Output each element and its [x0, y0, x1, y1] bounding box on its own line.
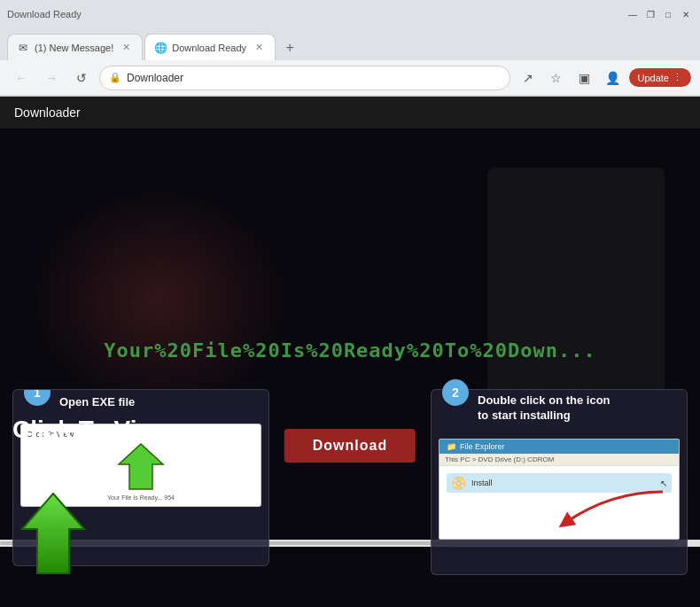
- address-bar[interactable]: 🔒 Downloader: [99, 66, 510, 90]
- minimize-button[interactable]: —: [626, 7, 640, 21]
- step2-file-icon: 📀: [451, 476, 466, 490]
- window-controls: — ❐ □ ✕: [626, 7, 693, 21]
- svg-marker-1: [119, 444, 163, 489]
- tabs-bar: ✉ (1) New Message! ✕ 🌐 Download Ready ✕ …: [0, 28, 700, 60]
- page-content: Downloader Your%20File%20Is%20Ready%20To…: [0, 97, 700, 607]
- nav-bar: ← → ↺ 🔒 Downloader ↗ ☆ ▣ 👤 Update ⋮: [0, 60, 700, 96]
- step2-breadcrumb-bar: File Explorer: [460, 442, 505, 451]
- update-button[interactable]: Update ⋮: [629, 68, 691, 87]
- nav-actions: ↗ ☆ ▣ 👤 Update ⋮: [516, 66, 691, 90]
- tab-favicon-messages: ✉: [17, 42, 29, 54]
- title-bar: Download Ready — ❐ □ ✕: [0, 0, 700, 28]
- tab-download[interactable]: 🌐 Download Ready ✕: [144, 34, 276, 60]
- new-tab-button[interactable]: +: [277, 35, 302, 60]
- step2-cursor-icon: ↖: [660, 479, 667, 488]
- step2-badge: 2: [442, 379, 469, 406]
- step2-file-area: 📀 Install ↖: [439, 466, 679, 539]
- big-green-arrow: [18, 489, 89, 581]
- step2-breadcrumb: This PC > DVD Drive (D:) CDROM: [439, 454, 679, 466]
- step1-preview-footer: Your File Is Ready... 954: [107, 494, 175, 501]
- profile-button[interactable]: 👤: [601, 66, 626, 90]
- reload-button[interactable]: ↺: [69, 66, 94, 90]
- download-button[interactable]: Download: [284, 429, 416, 463]
- step2-box: 2 Double click on the icon to start inst…: [431, 389, 688, 575]
- step1-label: Open EXE file: [59, 395, 135, 409]
- site-title: Downloader: [14, 105, 81, 120]
- maximize-button[interactable]: □: [661, 7, 675, 21]
- close-button[interactable]: ✕: [679, 7, 693, 21]
- tab-label-messages: (1) New Message!: [35, 43, 113, 53]
- watermark-text: Your%20File%20Is%20Ready%20To%20Down...: [104, 339, 596, 362]
- click-to-view-label: Click To View: [12, 416, 170, 444]
- bookmark-button[interactable]: ☆: [544, 66, 569, 90]
- tab-favicon-download: 🌐: [154, 42, 167, 54]
- step1-badge: 1: [24, 389, 51, 406]
- tab-label-download: Download Ready: [172, 43, 246, 53]
- svg-marker-0: [22, 494, 84, 573]
- window-title: Download Ready: [7, 9, 618, 19]
- lock-icon: 🔒: [109, 72, 121, 83]
- step2-label: Double click on the icon to start instal…: [478, 393, 673, 424]
- site-header: Downloader: [0, 97, 700, 128]
- tab-close-messages[interactable]: ✕: [119, 41, 133, 55]
- bg-decoration-1: [27, 185, 292, 416]
- forward-button[interactable]: →: [39, 66, 64, 90]
- step2-preview-bar: 📁 File Explorer: [439, 440, 679, 454]
- restore-button[interactable]: ❐: [643, 7, 657, 21]
- tab-close-download[interactable]: ✕: [252, 41, 266, 55]
- extensions-button[interactable]: ▣: [572, 66, 597, 90]
- address-text: Downloader: [127, 72, 501, 84]
- step2-arrow-area: [447, 496, 672, 532]
- step2-preview: 📁 File Explorer This PC > DVD Drive (D:)…: [439, 439, 680, 540]
- tab-messages[interactable]: ✉ (1) New Message! ✕: [7, 34, 143, 60]
- step2-file-name: Install: [471, 479, 493, 487]
- share-button[interactable]: ↗: [516, 66, 541, 90]
- preview-arrow-icon: [114, 442, 167, 491]
- back-button[interactable]: ←: [9, 66, 34, 90]
